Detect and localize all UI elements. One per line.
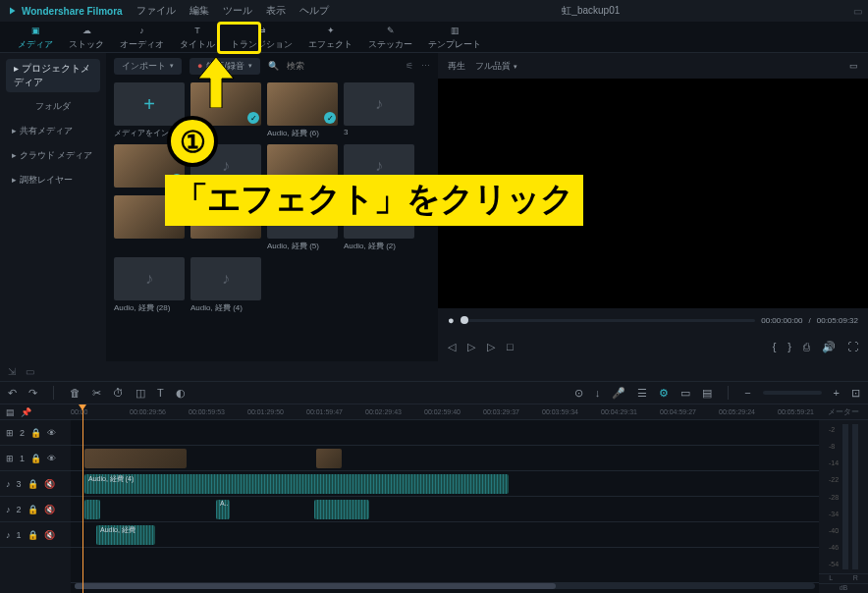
crop-icon[interactable]: ◫ bbox=[136, 387, 145, 400]
filter-icon[interactable]: ⚟ bbox=[406, 61, 413, 71]
preview-quality-label: フル品質 bbox=[475, 61, 511, 71]
stopwatch-icon[interactable]: ⏱ bbox=[113, 387, 124, 399]
lock-icon[interactable]: 🔒 bbox=[27, 479, 38, 489]
color-icon[interactable]: ◐ bbox=[176, 387, 186, 400]
menu-edit[interactable]: 編集 bbox=[190, 4, 209, 18]
mic-icon[interactable]: 🎤 bbox=[612, 387, 625, 400]
lock-icon[interactable]: 🔒 bbox=[27, 505, 38, 514]
lock-icon[interactable]: 🔒 bbox=[27, 530, 38, 540]
eye-icon[interactable]: 👁 bbox=[47, 454, 56, 463]
menu-view[interactable]: 表示 bbox=[266, 4, 286, 18]
volume-icon[interactable]: 🔊 bbox=[822, 341, 836, 353]
mixer-icon[interactable]: ☰ bbox=[637, 387, 647, 400]
audio-clip[interactable]: Audio, 経費 (4) bbox=[84, 474, 509, 494]
zoom-in-icon[interactable]: + bbox=[834, 387, 840, 399]
auto-icon[interactable]: ⚙ bbox=[659, 387, 669, 400]
mute-icon[interactable]: 🔇 bbox=[44, 530, 55, 540]
marker-icon[interactable]: ▭ bbox=[680, 387, 690, 400]
thumb-item[interactable]: ♪Audio, 経費 (28) bbox=[114, 257, 185, 313]
sticker-icon: ✎ bbox=[384, 24, 398, 37]
pin-icon[interactable]: 📌 bbox=[21, 407, 31, 417]
h-scrollbar[interactable] bbox=[75, 583, 815, 589]
video-clip[interactable] bbox=[84, 449, 187, 468]
audio-clip[interactable]: Audio, 経費 bbox=[96, 525, 155, 545]
thumb-item[interactable]: ♪3 bbox=[344, 82, 414, 138]
seek-bar[interactable] bbox=[461, 319, 756, 322]
track-header[interactable]: ⊞1🔒👁 bbox=[0, 446, 71, 471]
timeline-ruler[interactable]: 00:0000:00:29:5600:00:59:5300:01:29:5000… bbox=[71, 404, 819, 420]
mute-icon[interactable]: 🔇 bbox=[44, 479, 55, 489]
meter-scale-tick: -8 bbox=[829, 443, 839, 450]
lock-icon[interactable]: 🔒 bbox=[30, 454, 41, 463]
prev-frame-icon[interactable]: ◁ bbox=[448, 341, 456, 353]
folder-icon[interactable]: ▭ bbox=[26, 366, 34, 377]
fullscreen-icon[interactable]: ⛶ bbox=[847, 341, 858, 352]
track-icon[interactable]: ▤ bbox=[702, 387, 712, 400]
tab-effects[interactable]: ✦エフェクト bbox=[300, 22, 360, 53]
zoom-fit-icon[interactable]: ⊡ bbox=[851, 387, 860, 400]
track-row[interactable] bbox=[71, 446, 819, 471]
layers-icon[interactable]: ▤ bbox=[6, 407, 15, 417]
preview-quality[interactable]: フル品質 ▾ bbox=[475, 60, 517, 73]
marker-in-icon[interactable]: { bbox=[773, 341, 777, 352]
capture-icon[interactable]: ⎙ bbox=[803, 341, 810, 352]
track-row[interactable] bbox=[71, 420, 819, 446]
play-icon[interactable]: ▷ bbox=[467, 341, 475, 353]
voice-icon[interactable]: ↓ bbox=[595, 387, 601, 399]
track-header[interactable]: ♪1🔒🔇 bbox=[0, 522, 71, 548]
screenshot-icon[interactable]: ▭ bbox=[853, 6, 862, 17]
thumb-item[interactable]: ✓Audio, 経費 (6) bbox=[267, 82, 338, 138]
tab-stock[interactable]: ☁ストック bbox=[61, 22, 112, 53]
cut-icon[interactable]: ✂ bbox=[92, 387, 101, 400]
meter-l: L bbox=[829, 574, 833, 581]
zoom-out-icon[interactable]: − bbox=[744, 387, 750, 399]
marker-out-icon[interactable]: } bbox=[787, 341, 791, 352]
zoom-slider[interactable] bbox=[763, 391, 822, 395]
audio-clip[interactable] bbox=[84, 500, 100, 519]
timeline: ▤ 📌 ⊞2🔒👁 ⊞1🔒👁 ♪3🔒🔇 ♪2🔒🔇 ♪1🔒🔇 00:0000:00:… bbox=[0, 404, 868, 593]
tab-transition[interactable]: ⇄トランジション bbox=[223, 22, 300, 53]
tab-sticker[interactable]: ✎ステッカー bbox=[360, 22, 420, 53]
track-row[interactable]: A.. bbox=[71, 497, 819, 522]
track-header[interactable]: ⊞2🔒👁 bbox=[0, 420, 71, 446]
tab-audio[interactable]: ♪オーディオ bbox=[112, 22, 172, 53]
redo-icon[interactable]: ↷ bbox=[28, 387, 37, 400]
audio-clip[interactable] bbox=[314, 500, 369, 519]
render-icon[interactable]: ⊙ bbox=[574, 387, 583, 400]
mute-icon[interactable]: 🔇 bbox=[44, 505, 55, 514]
track-header[interactable]: ♪3🔒🔇 bbox=[0, 471, 71, 497]
audio-clip[interactable]: A.. bbox=[216, 500, 230, 519]
ruler-tick: 00:03:29:37 bbox=[483, 408, 542, 415]
video-clip[interactable] bbox=[316, 449, 342, 468]
track-row[interactable]: Audio, 経費 (4) bbox=[71, 471, 819, 497]
sidebar-item-cloud[interactable]: ▸ クラウド メディア bbox=[6, 145, 100, 166]
lock-icon[interactable]: 🔒 bbox=[30, 428, 41, 438]
more-icon[interactable]: ⋯ bbox=[421, 61, 430, 71]
tab-title[interactable]: Tタイトル bbox=[172, 22, 223, 53]
track-row[interactable]: Audio, 経費 bbox=[71, 522, 819, 548]
tab-template[interactable]: ▥テンプレート bbox=[420, 22, 489, 53]
delete-icon[interactable]: 🗑 bbox=[70, 387, 81, 399]
track-header[interactable]: ♪2🔒🔇 bbox=[0, 497, 71, 522]
sidebar-item-shared[interactable]: ▸ 共有メディア bbox=[6, 121, 100, 141]
export-icon[interactable]: ⇲ bbox=[8, 366, 16, 377]
eye-icon[interactable]: 👁 bbox=[47, 428, 56, 438]
tab-media[interactable]: ▣メディア bbox=[10, 22, 61, 53]
sidebar-folder[interactable]: フォルダ bbox=[6, 96, 100, 117]
menu-tools[interactable]: ツール bbox=[223, 4, 252, 18]
search-input[interactable] bbox=[287, 61, 346, 71]
snapshot-icon[interactable]: ▭ bbox=[849, 61, 858, 71]
sidebar-item-adjust[interactable]: ▸ 調整レイヤー bbox=[6, 170, 100, 190]
undo-icon[interactable]: ↶ bbox=[8, 387, 17, 400]
sidebar-project-media[interactable]: ▸ プロジェクトメディア bbox=[6, 59, 100, 92]
playhead[interactable] bbox=[82, 404, 83, 593]
menu-help[interactable]: ヘルプ bbox=[299, 4, 329, 18]
stop-icon[interactable]: □ bbox=[507, 341, 514, 352]
transition-icon: ⇄ bbox=[255, 24, 269, 37]
thumb-item[interactable]: ♪Audio, 経費 (4) bbox=[190, 257, 261, 313]
menu-file[interactable]: ファイル bbox=[136, 4, 176, 18]
timeline-body[interactable]: 00:0000:00:29:5600:00:59:5300:01:29:5000… bbox=[71, 404, 819, 593]
text-tool-icon[interactable]: T bbox=[157, 387, 164, 399]
play2-icon[interactable]: ▷ bbox=[487, 341, 495, 353]
import-button[interactable]: インポート▾ bbox=[114, 58, 182, 75]
